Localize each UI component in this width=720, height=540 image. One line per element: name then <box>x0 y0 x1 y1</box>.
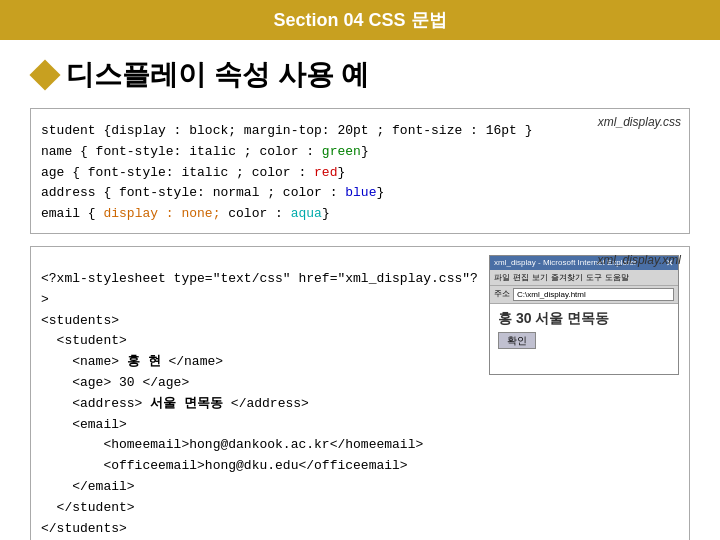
xml-browser-section: xml_display.xml <?xml-stylesheet type="t… <box>30 246 690 540</box>
browser-button-row: 확인 <box>498 334 670 348</box>
browser-thumbnail: xml_display - Microsoft Internet Explore… <box>489 255 679 375</box>
section-title-text: 디스플레이 속성 사용 예 <box>66 56 369 94</box>
toolbar-item: 보기 <box>532 272 548 283</box>
toolbar-item: 편집 <box>513 272 529 283</box>
address-value: C:\xml_display.html <box>513 288 674 301</box>
browser-toolbar: 파일 편집 보기 즐겨찾기 도구 도움말 <box>490 270 678 286</box>
css-filename: xml_display.css <box>598 115 681 129</box>
css-code-box: xml_display.css student {display : block… <box>30 108 690 234</box>
header: Section 04 CSS 문법 <box>0 0 720 40</box>
browser-content-main: 홍 30 서울 면목동 <box>498 310 670 328</box>
browser-body: 홍 30 서울 면목동 확인 <box>490 304 678 374</box>
section-title-area: 디스플레이 속성 사용 예 <box>30 56 690 94</box>
toolbar-item: 도움말 <box>605 272 629 283</box>
diamond-icon <box>29 59 60 90</box>
css-code-content: student {display : block; margin-top: 20… <box>41 121 679 225</box>
header-title: Section 04 CSS 문법 <box>273 10 446 30</box>
toolbar-item: 즐겨찾기 <box>551 272 583 283</box>
toolbar-item: 파일 <box>494 272 510 283</box>
xml-code-content: <?xml-stylesheet type="text/css" href="x… <box>41 269 479 539</box>
toolbar-item: 도구 <box>586 272 602 283</box>
address-label: 주소 <box>494 288 510 301</box>
xml-filename: xml_display.xml <box>597 253 681 267</box>
address-bar: 주소 C:\xml_display.html <box>490 286 678 304</box>
browser-ok-button[interactable]: 확인 <box>498 332 536 349</box>
